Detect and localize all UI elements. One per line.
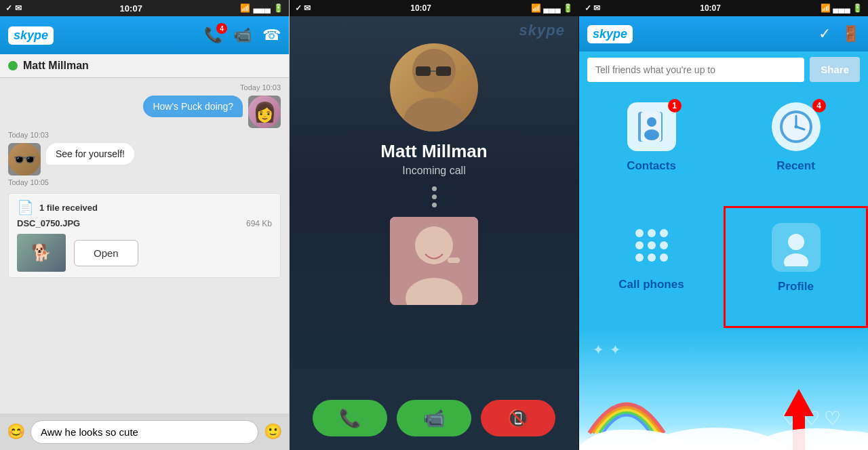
- recent-badge: 4: [812, 99, 826, 112]
- video-call-icon: 📹: [423, 408, 445, 429]
- wifi-icon-call: 📶: [531, 3, 541, 13]
- svg-rect-3: [436, 66, 451, 76]
- header-left: skype: [8, 26, 54, 45]
- kp-7: [635, 253, 644, 262]
- video-call-button[interactable]: 📹: [397, 400, 471, 436]
- skype-watermark: skype: [519, 22, 565, 39]
- home-footer-decoration: ✦ ✦ ♡ ♡ ♡: [579, 328, 868, 450]
- envelope-icon-home: ✉: [593, 3, 600, 13]
- star-1: ✦: [593, 342, 604, 358]
- kp-3: [660, 229, 668, 237]
- signal-icon-home: ▄▄▄: [833, 3, 850, 13]
- video-icon-header[interactable]: 📹: [233, 26, 252, 44]
- caller-name: Matt Millman: [380, 141, 487, 162]
- clouds-decoration: [579, 409, 868, 450]
- call-buttons-row: 📞 📹 📵: [313, 400, 555, 436]
- home-status-left: ✓ ✉: [585, 3, 600, 13]
- signal-icon: ▄▄▄: [253, 3, 271, 13]
- signal-icon-call: ▄▄▄: [543, 3, 561, 13]
- check-header-icon[interactable]: ✓: [818, 25, 831, 43]
- battery-icon-call: 🔋: [563, 3, 573, 13]
- call-status-right: 📶 ▄▄▄ 🔋: [531, 3, 573, 13]
- contact-name: Matt Millman: [23, 60, 89, 72]
- keypad-icon: [630, 224, 673, 267]
- timestamp-1: Today 10:03: [8, 83, 281, 91]
- smiley-icon[interactable]: 🙂: [264, 423, 282, 441]
- accept-call-button[interactable]: 📞: [313, 400, 387, 436]
- status-right-icons-chat: 📶 ▄▄▄ 🔋: [240, 3, 283, 13]
- status-time-chat: 10:07: [120, 3, 142, 14]
- home-panel: ✓ ✉ 10:07 📶 ▄▄▄ 🔋 skype ✓ 🚪 Share: [579, 0, 868, 450]
- accept-icon: 📞: [339, 408, 361, 429]
- header-right: 📞 4 📹 ☎: [204, 26, 281, 44]
- share-button[interactable]: Share: [810, 57, 860, 82]
- avatar-sent: 👩: [248, 96, 281, 128]
- home-app-header: skype ✓ 🚪: [579, 16, 868, 52]
- file-details-row: DSC_0750.JPG 694 Kb: [17, 218, 272, 228]
- kp-4: [635, 241, 644, 249]
- file-size: 694 Kb: [246, 219, 272, 228]
- check-icon-home: ✓: [585, 3, 591, 13]
- timestamp-2: Today 10:03: [8, 131, 281, 139]
- bubble-sent-1: How's Puck doing?: [143, 96, 243, 117]
- check-icon-call: ✓: [295, 3, 302, 13]
- skype-logo: skype: [8, 26, 54, 45]
- svg-point-12: [647, 117, 656, 127]
- bubble-received-1: See for yourself!: [46, 143, 134, 165]
- status-time-call: 10:07: [410, 3, 431, 13]
- signout-icon[interactable]: 🚪: [842, 25, 860, 43]
- file-thumbnail: 🐕: [17, 234, 66, 272]
- file-preview-row: 🐕 Open: [17, 234, 272, 272]
- status-input[interactable]: [587, 58, 804, 82]
- status-time-home: 10:07: [700, 3, 721, 13]
- grid-item-contacts[interactable]: 1 Contacts: [579, 87, 724, 206]
- kp-8: [648, 253, 656, 262]
- callphones-icon-box: [627, 221, 676, 270]
- self-video-preview: [390, 217, 478, 305]
- dot-2: [432, 195, 437, 199]
- battery-icon-home: 🔋: [852, 3, 863, 13]
- wifi-icon-home: 📶: [821, 3, 831, 13]
- file-block: 📄 1 file received DSC_0750.JPG 694 Kb 🐕 …: [8, 193, 281, 278]
- battery-icon: 🔋: [273, 3, 283, 13]
- svg-point-13: [644, 129, 659, 140]
- decline-call-button[interactable]: 📵: [481, 400, 555, 436]
- svg-point-18: [794, 125, 797, 129]
- phone-icon-header[interactable]: ☎: [262, 26, 281, 44]
- svg-point-19: [788, 234, 804, 250]
- message-row-received-1: 🕶️ See for yourself!: [8, 143, 281, 176]
- message-input[interactable]: [31, 420, 258, 444]
- grid-item-recent[interactable]: 4 Recent: [724, 87, 868, 206]
- call-status-left: ✓ ✉: [295, 3, 311, 13]
- svg-point-20: [784, 253, 808, 266]
- status-left-icons: ✓ ✉: [5, 3, 22, 13]
- open-file-button[interactable]: Open: [74, 240, 138, 266]
- caller-avatar: [390, 43, 478, 131]
- status-bar-chat: ✓ ✉ 10:07 📶 ▄▄▄ 🔋: [0, 0, 289, 16]
- timestamp-3: Today 10:05: [8, 178, 281, 186]
- call-panel: ✓ ✉ 10:07 📶 ▄▄▄ 🔋 skype Matt Millman Inc…: [290, 0, 579, 450]
- callphones-icon-wrapper: [627, 221, 676, 270]
- call-icon-header[interactable]: 📞 4: [204, 26, 222, 44]
- chat-messages: Today 10:03 How's Puck doing? 👩 Today 10…: [0, 78, 289, 413]
- profile-icon-wrapper: [772, 223, 821, 272]
- grid-item-callphones[interactable]: Call phones: [579, 206, 724, 329]
- recent-icon-box: [772, 102, 821, 151]
- kp-2: [648, 229, 656, 237]
- kp-1: [635, 229, 644, 237]
- recent-icon-wrapper: 4: [772, 102, 821, 151]
- status-bar-home: ✓ ✉ 10:07 📶 ▄▄▄ 🔋: [579, 0, 868, 16]
- recent-label: Recent: [776, 159, 815, 173]
- stars-decoration: ✦ ✦: [593, 342, 621, 358]
- status-update-row: Share: [579, 52, 868, 87]
- avatar-received: 🕶️: [8, 143, 41, 176]
- file-header-row: 📄 1 file received: [17, 199, 272, 216]
- check-icon: ✓: [5, 3, 12, 13]
- dots-decoration: [432, 186, 437, 207]
- contacts-icon-wrapper: 1: [627, 102, 676, 151]
- wifi-icon: 📶: [240, 3, 250, 13]
- grid-item-profile[interactable]: Profile: [724, 206, 868, 329]
- emoji-button[interactable]: 😊: [7, 423, 25, 441]
- online-indicator: [8, 61, 18, 70]
- chat-input-bar: 😊 🙂: [0, 413, 289, 450]
